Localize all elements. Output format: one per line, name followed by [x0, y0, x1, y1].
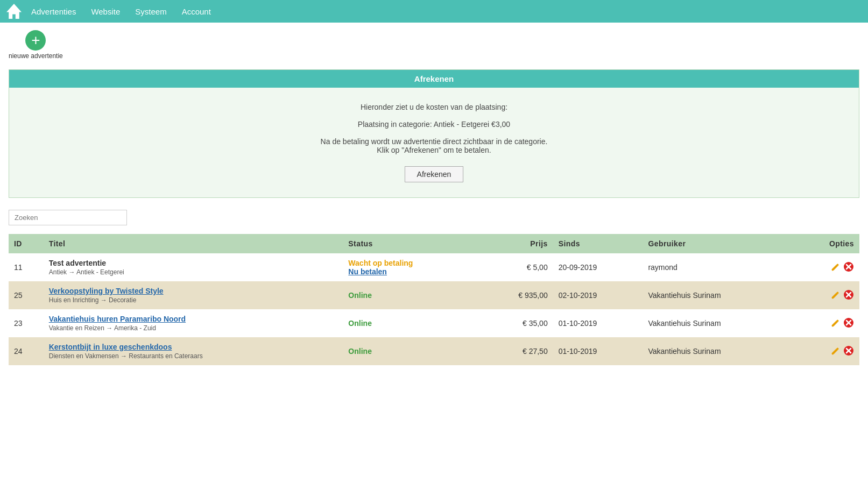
col-id: ID [9, 234, 44, 253]
cell-id: 25 [9, 281, 44, 309]
ad-title-link[interactable]: Kerstontbijt in luxe geschenkdoos [49, 343, 172, 351]
checkout-header: Afrekenen [9, 70, 859, 88]
cell-options [795, 253, 859, 281]
ad-category: Diensten en Vakmensen → Restaurants en C… [49, 352, 338, 360]
col-sinds: Sinds [553, 234, 643, 253]
cell-price: € 5,00 [480, 253, 553, 281]
delete-button[interactable] [842, 345, 854, 357]
new-ad-button[interactable]: + nieuwe advertentie [9, 30, 63, 60]
ads-table: ID Titel Status Prijs Sinds Gebruiker Op… [9, 234, 859, 365]
search-input[interactable] [9, 210, 127, 225]
home-icon[interactable] [6, 4, 22, 19]
ad-category: Huis en Inrichting → Decoratie [49, 296, 338, 304]
table-body: 11Test advertentieAntiek → Antiek - Eetg… [9, 253, 859, 365]
cell-since: 02-10-2019 [553, 281, 643, 309]
new-ad-label: nieuwe advertentie [9, 52, 63, 60]
cell-since: 20-09-2019 [553, 253, 643, 281]
table-row: 11Test advertentieAntiek → Antiek - Eetg… [9, 253, 859, 281]
cell-options [795, 309, 859, 337]
ad-category: Vakantie en Reizen → Amerika - Zuid [49, 324, 338, 332]
cell-price: € 935,00 [480, 281, 553, 309]
checkout-line3: Na de betaling wordt uw advertentie dire… [18, 137, 850, 154]
table-row: 25Verkoopstyling by Twisted StyleHuis en… [9, 281, 859, 309]
cell-price: € 27,50 [480, 337, 553, 365]
edit-button[interactable] [829, 290, 840, 301]
plus-icon: + [25, 30, 46, 51]
col-gebruiker: Gebruiker [643, 234, 794, 253]
ad-title-link[interactable]: Vakantiehuis huren Paramaribo Noord [49, 315, 186, 323]
edit-button[interactable] [829, 318, 840, 329]
cell-price: € 35,00 [480, 309, 553, 337]
col-titel: Titel [44, 234, 343, 253]
nav-item-website[interactable]: Website [91, 7, 120, 16]
main-nav: Advertenties Website Systeem Account [0, 0, 868, 23]
cell-user: Vakantiehuis Surinam [643, 337, 794, 365]
cell-options [795, 281, 859, 309]
nav-item-systeem[interactable]: Systeem [135, 7, 166, 16]
delete-button[interactable] [842, 317, 854, 329]
ad-title-text: Test advertentie [49, 259, 338, 267]
cell-status: Online [343, 337, 480, 365]
cell-id: 11 [9, 253, 44, 281]
checkout-panel: Afrekenen Hieronder ziet u de kosten van… [9, 69, 859, 198]
cell-title: Verkoopstyling by Twisted StyleHuis en I… [44, 281, 343, 309]
status-badge: Online [348, 291, 475, 300]
status-badge: Wacht op betaling [348, 259, 475, 267]
search-row [9, 210, 859, 225]
edit-button[interactable] [829, 346, 840, 357]
cell-user: raymond [643, 253, 794, 281]
cell-since: 01-10-2019 [553, 309, 643, 337]
cell-options [795, 337, 859, 365]
afrekenen-button[interactable]: Afrekenen [405, 166, 464, 182]
checkout-body: Hieronder ziet u de kosten van de plaats… [9, 88, 859, 197]
table-row: 24Kerstontbijt in luxe geschenkdoosDiens… [9, 337, 859, 365]
col-status: Status [343, 234, 480, 253]
checkout-line1: Hieronder ziet u de kosten van de plaats… [18, 103, 850, 111]
col-prijs: Prijs [480, 234, 553, 253]
cell-user: Vakantiehuis Surinam [643, 281, 794, 309]
nav-item-advertenties[interactable]: Advertenties [31, 7, 76, 16]
cell-status: Online [343, 309, 480, 337]
edit-button[interactable] [829, 262, 840, 273]
cell-id: 24 [9, 337, 44, 365]
checkout-line2: Plaatsing in categorie: Antiek - Eetgere… [18, 120, 850, 129]
table-row: 23Vakantiehuis huren Paramaribo NoordVak… [9, 309, 859, 337]
status-badge: Online [348, 319, 475, 328]
page-content: + nieuwe advertentie Afrekenen Hieronder… [0, 23, 868, 373]
pay-now-link[interactable]: Nu betalen [348, 267, 475, 276]
nav-item-account[interactable]: Account [182, 7, 211, 16]
cell-title: Vakantiehuis huren Paramaribo NoordVakan… [44, 309, 343, 337]
ad-title-link[interactable]: Verkoopstyling by Twisted Style [49, 287, 164, 295]
delete-button[interactable] [842, 261, 854, 273]
cell-since: 01-10-2019 [553, 337, 643, 365]
cell-id: 23 [9, 309, 44, 337]
cell-title: Test advertentieAntiek → Antiek - Eetger… [44, 253, 343, 281]
table-header: ID Titel Status Prijs Sinds Gebruiker Op… [9, 234, 859, 253]
delete-button[interactable] [842, 289, 854, 301]
cell-user: Vakantiehuis Surinam [643, 309, 794, 337]
status-badge: Online [348, 347, 475, 356]
col-opties: Opties [795, 234, 859, 253]
cell-status: Online [343, 281, 480, 309]
cell-title: Kerstontbijt in luxe geschenkdoosDienste… [44, 337, 343, 365]
cell-status: Wacht op betalingNu betalen [343, 253, 480, 281]
ad-category: Antiek → Antiek - Eetgerei [49, 268, 338, 276]
